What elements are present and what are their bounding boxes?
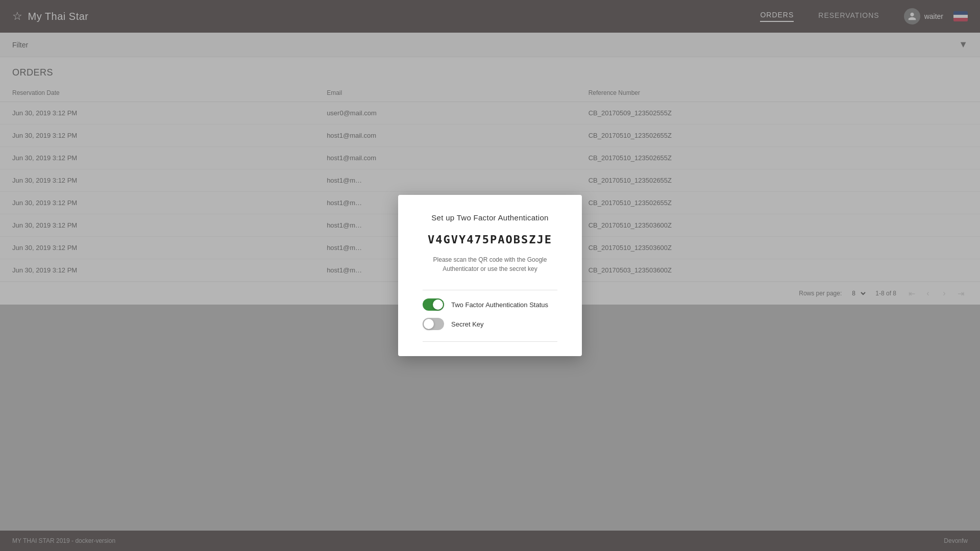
modal-secret-key: V4GVY475PAOBSZJE [428, 233, 552, 246]
two-factor-toggle-thumb [433, 299, 443, 310]
modal-divider-2 [423, 341, 557, 342]
two-factor-toggle[interactable] [423, 298, 444, 311]
secret-key-toggle-label: Secret Key [451, 320, 484, 328]
modal-instruction: Please scan the QR code with the GoogleA… [433, 255, 547, 273]
secret-key-toggle[interactable] [423, 318, 444, 330]
secret-key-toggle-thumb [424, 319, 434, 329]
two-factor-modal: Set up Two Factor Authentication V4GVY47… [398, 195, 582, 356]
modal-divider-1 [423, 290, 557, 290]
modal-title: Set up Two Factor Authentication [431, 213, 548, 222]
secret-key-toggle-row: Secret Key [423, 318, 557, 330]
secret-key-toggle-track [423, 318, 444, 330]
two-factor-toggle-track [423, 298, 444, 311]
two-factor-toggle-row: Two Factor Authentication Status [423, 298, 557, 311]
modal-overlay[interactable]: Set up Two Factor Authentication V4GVY47… [0, 0, 980, 551]
two-factor-toggle-label: Two Factor Authentication Status [451, 301, 548, 309]
